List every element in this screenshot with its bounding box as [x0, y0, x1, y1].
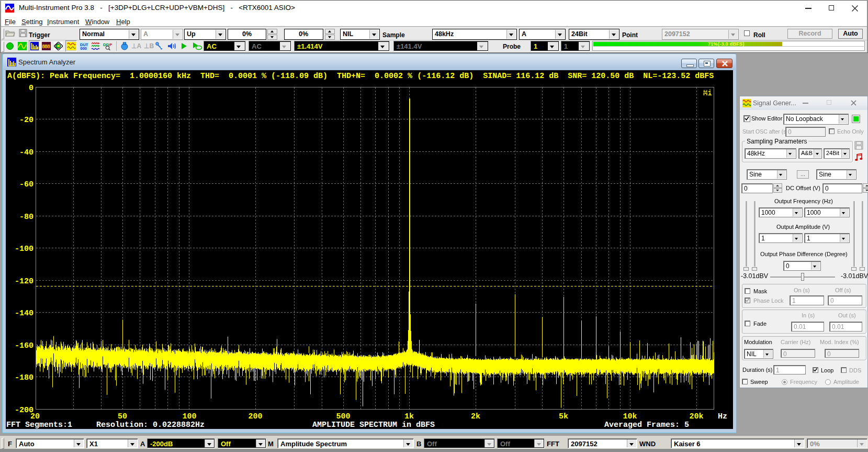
svg-text:888: 888 — [42, 44, 50, 50]
svg-text:000: 000 — [81, 46, 87, 50]
svg-text:P: P — [109, 42, 112, 47]
